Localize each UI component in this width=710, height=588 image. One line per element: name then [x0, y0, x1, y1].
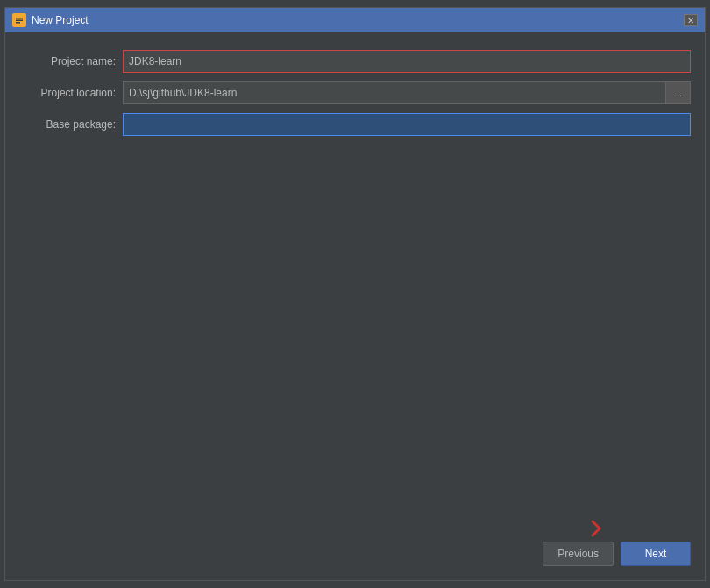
svg-rect-1: [16, 18, 23, 19]
project-name-row: Project name:: [19, 50, 691, 73]
dialog-body: Project name: Project location: ... Base…: [5, 32, 705, 580]
base-package-row: Base package:: [19, 113, 691, 136]
title-bar: New Project ✕: [5, 8, 705, 32]
next-button[interactable]: Next: [621, 542, 691, 566]
project-location-row: Project location: ...: [19, 81, 691, 104]
browse-button[interactable]: ...: [666, 81, 691, 104]
project-location-field-group: ...: [123, 81, 691, 104]
base-package-label: Base package:: [19, 118, 116, 131]
footer: Previous Next: [19, 535, 691, 570]
previous-button[interactable]: Previous: [543, 542, 614, 566]
project-location-input[interactable]: [123, 81, 666, 104]
window-icon: [12, 13, 26, 27]
new-project-dialog: New Project ✕ Project name: Project loca…: [4, 7, 706, 581]
close-button[interactable]: ✕: [684, 14, 698, 26]
form-area: Project name: Project location: ... Base…: [19, 50, 691, 136]
base-package-input[interactable]: [123, 113, 691, 136]
svg-rect-3: [16, 22, 20, 24]
window-title: New Project: [32, 14, 89, 26]
title-bar-left: New Project: [12, 13, 89, 27]
project-location-label: Project location:: [19, 87, 116, 99]
project-name-input[interactable]: [123, 50, 691, 73]
project-name-label: Project name:: [19, 55, 116, 67]
svg-rect-2: [16, 20, 23, 22]
content-area: [19, 136, 691, 535]
arrow-indicator: [586, 518, 607, 542]
